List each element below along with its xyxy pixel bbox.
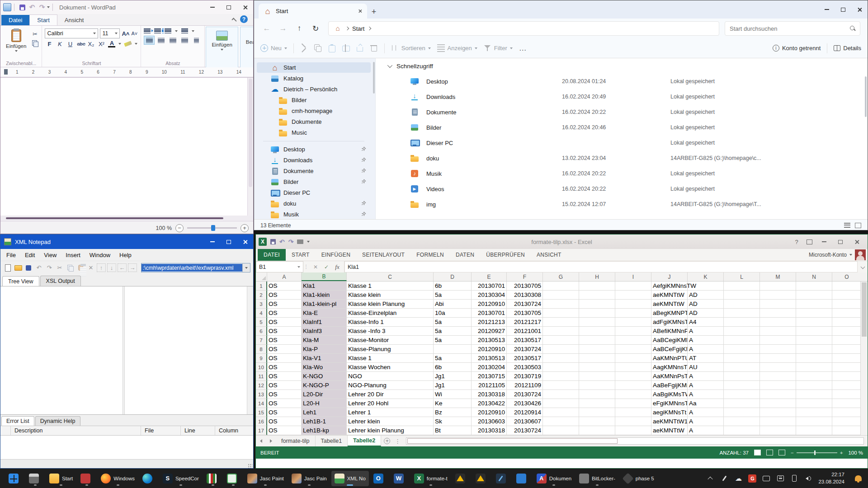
home-icon[interactable]: [334, 25, 342, 33]
cell[interactable]: Jg1: [434, 372, 472, 381]
cell[interactable]: [724, 327, 760, 336]
open-file-icon[interactable]: [14, 263, 23, 272]
taskbar-item[interactable]: [5, 471, 24, 486]
next-sheet-icon[interactable]: [266, 436, 276, 446]
cell[interactable]: [615, 363, 651, 372]
cell[interactable]: Kla-E: [302, 309, 347, 318]
delete-icon[interactable]: ✕: [86, 263, 95, 272]
sidebar-item[interactable]: Downloads: [257, 155, 371, 165]
close-button[interactable]: [849, 235, 865, 249]
file-list-item[interactable]: Dieser PC Lokal gespeichert: [376, 135, 868, 150]
file-list-item[interactable]: Desktop 20.08.2024 01:24 Lokal gespeiche…: [376, 74, 868, 89]
row-header[interactable]: 14: [256, 399, 267, 408]
cell[interactable]: 20130607: [507, 417, 543, 426]
filter-button[interactable]: Filter: [484, 44, 513, 52]
cell[interactable]: 5a: [434, 336, 472, 345]
taskbar-item[interactable]: W: [391, 471, 410, 486]
file-list-item[interactable]: Dokumente 16.02.2024 20:22 Lokal gespeic…: [376, 104, 868, 120]
row-header[interactable]: 15: [256, 408, 267, 417]
sidebar-item[interactable]: Musik: [257, 209, 371, 219]
cell[interactable]: [796, 426, 832, 435]
address-dropdown-icon[interactable]: [242, 263, 250, 272]
cell[interactable]: A: [688, 426, 724, 435]
bottom-tab[interactable]: Dynamic Help: [35, 416, 80, 426]
cell[interactable]: [724, 300, 760, 309]
cell[interactable]: Bt: [434, 426, 472, 435]
cell[interactable]: 20130715: [472, 372, 507, 381]
cell[interactable]: 20130705: [507, 282, 543, 291]
ribbon-tab[interactable]: EINFÜGEN: [316, 249, 356, 261]
cell[interactable]: aeKMNTtW: [651, 426, 688, 435]
content-scrollbar[interactable]: [865, 76, 867, 117]
cell[interactable]: AagKMNnsTt: [651, 363, 688, 372]
align-right-button[interactable]: [167, 36, 178, 45]
vertical-scrollbar[interactable]: [860, 282, 868, 435]
cell[interactable]: Klasse klein: [347, 291, 434, 300]
cell[interactable]: [724, 399, 760, 408]
highlight-button[interactable]: [124, 41, 132, 47]
cell[interactable]: [760, 336, 796, 345]
pen-tray-icon[interactable]: [720, 474, 728, 483]
zoom-out-icon[interactable]: −: [791, 450, 794, 455]
column-header[interactable]: M: [760, 272, 796, 281]
cell[interactable]: [760, 300, 796, 309]
list-icon[interactable]: [165, 28, 171, 33]
bottom-tab[interactable]: Error List: [1, 416, 34, 426]
breadcrumb-item[interactable]: Start: [352, 25, 364, 32]
taskbar-item[interactable]: Jasc Pain: [288, 471, 330, 486]
paragraph-dialog-button[interactable]: [191, 36, 202, 45]
menu-item[interactable]: File: [2, 250, 20, 260]
file-list-item[interactable]: Videos 16.02.2024 20:22 Lokal gespeicher…: [376, 181, 868, 197]
taskbar-item[interactable]: [26, 471, 45, 486]
column-header[interactable]: B: [302, 272, 347, 281]
zoom-in-button[interactable]: +: [241, 224, 249, 232]
cell[interactable]: 20130603: [472, 417, 507, 426]
cell[interactable]: [832, 363, 861, 372]
cell[interactable]: [615, 354, 651, 363]
cell[interactable]: Kla1-klein: [302, 291, 347, 300]
cell[interactable]: Klasse 1: [347, 354, 434, 363]
cell[interactable]: [543, 291, 579, 300]
view-tab[interactable]: XSL Output: [40, 276, 81, 286]
cell[interactable]: K-NGO-P: [302, 381, 347, 390]
cell[interactable]: 20130503: [507, 363, 543, 372]
sidebar-item[interactable]: Dokumente: [257, 166, 371, 176]
cell[interactable]: OS: [267, 426, 302, 435]
cell[interactable]: [543, 345, 579, 354]
cell[interactable]: [579, 381, 615, 390]
sort-button[interactable]: Sortieren: [391, 44, 431, 52]
cell[interactable]: [615, 390, 651, 399]
cell[interactable]: K-NGO: [302, 372, 347, 381]
taskbar-item[interactable]: XML No: [331, 471, 369, 486]
cell[interactable]: OS: [267, 291, 302, 300]
cell[interactable]: [579, 291, 615, 300]
shrink-font-icon[interactable]: A˅: [131, 31, 138, 36]
font-color-dropdown-icon[interactable]: [118, 43, 121, 45]
security-shield-icon[interactable]: G: [748, 474, 756, 483]
highlight-dropdown-icon[interactable]: [135, 43, 137, 45]
enter-icon[interactable]: ✓: [321, 264, 331, 270]
cell[interactable]: Leh1B-kp: [302, 426, 347, 435]
menu-item[interactable]: Help: [115, 250, 136, 260]
cell[interactable]: Lehrer 20 Hohl: [347, 399, 434, 408]
cell[interactable]: [615, 381, 651, 390]
details-button[interactable]: Details: [834, 45, 861, 52]
cell[interactable]: OS: [267, 372, 302, 381]
save-icon[interactable]: [18, 4, 26, 11]
cell[interactable]: 20130701: [472, 282, 507, 291]
cell[interactable]: [760, 363, 796, 372]
row-header[interactable]: 17: [256, 426, 267, 435]
cell[interactable]: [579, 309, 615, 318]
cell[interactable]: Lehrer 1: [347, 408, 434, 417]
sheet-tab[interactable]: Tabelle2: [348, 436, 381, 446]
cell[interactable]: [832, 300, 861, 309]
row-header[interactable]: 3: [256, 300, 267, 309]
cell[interactable]: [615, 417, 651, 426]
quick-access-dropdown-icon[interactable]: [47, 6, 50, 8]
taskbar-item[interactable]: [203, 471, 222, 486]
document-area[interactable]: [0, 77, 253, 216]
cell[interactable]: Aa: [688, 399, 724, 408]
cell[interactable]: Klasse -Info 3: [347, 327, 434, 336]
ribbon-tab[interactable]: ANSICHT: [531, 249, 567, 261]
cell[interactable]: [832, 372, 861, 381]
